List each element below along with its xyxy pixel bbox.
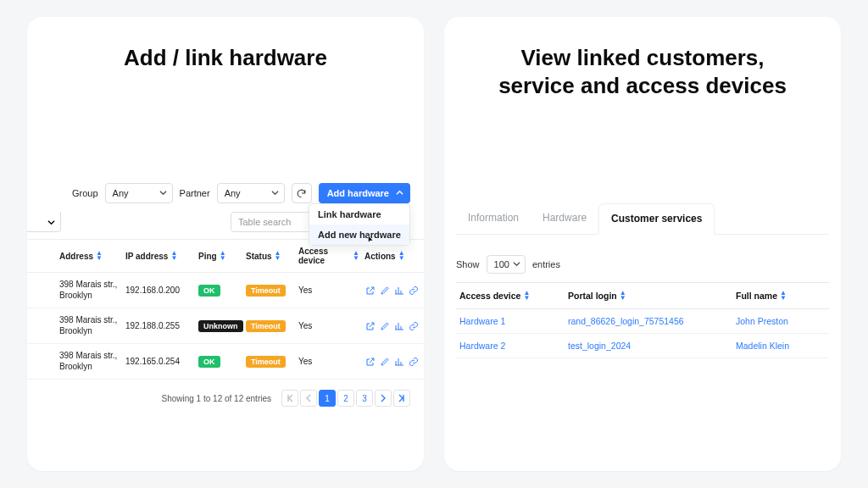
left-title: Add / link hardware [27, 17, 424, 72]
col-access[interactable]: Access device▲▼ [298, 247, 359, 265]
cell-ip: 192.168.0.200 [125, 286, 193, 295]
pager-prev[interactable] [300, 390, 317, 407]
chevron-down-icon [159, 188, 167, 198]
col-ping[interactable]: Ping▲▼ [198, 250, 241, 262]
col-address[interactable]: Address▲▼ [59, 250, 120, 262]
col-ip[interactable]: IP address▲▼ [125, 250, 193, 262]
left-panel: Add / link hardware Group Any Partner An… [27, 17, 424, 471]
cs-table-head: Access device▲▼ Portal login▲▼ Full name… [456, 283, 829, 309]
table-row: 398 Marais str., Brooklyn192.168.0.200OK… [27, 273, 424, 308]
col-cs-login[interactable]: Portal login▲▼ [568, 290, 729, 302]
pager-text: Showing 1 to 12 of 12 entries [161, 394, 271, 403]
left-edge-select[interactable] [27, 212, 61, 232]
status-badge: Timeout [246, 285, 286, 297]
pager: 123 [281, 390, 410, 407]
cell-login[interactable]: rand_86626_login_75751456 [568, 316, 729, 326]
edit-icon[interactable] [379, 320, 390, 331]
ping-badge: OK [198, 285, 220, 297]
pager-first[interactable] [281, 390, 298, 407]
dropdown-add-new-hardware[interactable]: Add new hardware [309, 225, 409, 245]
sort-icon: ▲▼ [96, 250, 103, 262]
sort-icon: ▲▼ [398, 250, 405, 262]
search-placeholder: Table search [238, 217, 291, 227]
group-label: Group [72, 188, 98, 198]
chart-icon[interactable] [393, 285, 404, 296]
col-cs-access[interactable]: Access device▲▼ [459, 290, 561, 302]
cell-device[interactable]: Hardware 1 [459, 316, 561, 326]
dropdown-link-hardware[interactable]: Link hardware [309, 204, 409, 225]
chevron-up-icon [396, 188, 403, 198]
chevron-left-icon [304, 394, 313, 402]
group-select[interactable]: Any [105, 183, 173, 203]
cell-name[interactable]: Madelin Klein [736, 341, 826, 351]
sort-icon: ▲▼ [170, 250, 177, 262]
cell-access: Yes [298, 321, 359, 330]
cell-access: Yes [298, 357, 359, 366]
col-cs-name[interactable]: Full name▲▼ [736, 290, 826, 302]
cell-device[interactable]: Hardware 2 [459, 341, 561, 351]
cell-access: Yes [298, 286, 359, 295]
tab-hardware[interactable]: Hardware [531, 203, 598, 234]
pager-next[interactable] [375, 390, 392, 407]
open-icon[interactable] [364, 285, 376, 296]
first-page-icon [286, 394, 294, 402]
edit-icon[interactable] [379, 356, 390, 367]
cell-ping: Unknown [198, 320, 241, 332]
partner-select-value: Any [225, 188, 241, 198]
entries-select-value: 100 [494, 259, 509, 269]
entries-label: entries [532, 259, 560, 269]
last-page-icon [398, 394, 406, 402]
pager-last[interactable] [393, 390, 410, 407]
cell-ping: OK [198, 356, 241, 368]
refresh-button[interactable] [292, 183, 312, 203]
add-hardware-button[interactable]: Add hardware Link hardware Add new hardw… [319, 183, 410, 203]
table-row: 398 Marais str., Brooklyn192.165.0.254OK… [27, 344, 424, 380]
cell-actions [364, 320, 424, 331]
sort-icon: ▲▼ [780, 290, 787, 302]
ping-badge: OK [198, 356, 220, 368]
cell-actions [364, 356, 424, 367]
cell-status: Timeout [246, 285, 293, 297]
entries-select[interactable]: 100 [487, 255, 526, 274]
link-icon[interactable] [408, 320, 419, 331]
tab-customer-services[interactable]: Customer services [598, 203, 715, 235]
pager-row: Showing 1 to 12 of 12 entries 123 [27, 380, 424, 407]
cell-ip: 192.188.0.255 [125, 321, 193, 330]
add-hardware-label: Add hardware [327, 188, 389, 198]
filter-row: Group Any Partner Any Add hardware Link … [27, 183, 424, 212]
chevron-down-icon [513, 259, 520, 269]
ping-badge: Unknown [198, 320, 243, 332]
link-icon[interactable] [408, 285, 419, 296]
sort-icon: ▲▼ [523, 290, 530, 302]
status-badge: Timeout [246, 356, 286, 368]
show-entries-row: Show 100 entries [456, 235, 829, 282]
cell-ping: OK [198, 285, 241, 297]
group-select-value: Any [113, 188, 129, 198]
col-status[interactable]: Status▲▼ [246, 250, 293, 262]
status-badge: Timeout [246, 320, 286, 332]
sort-icon: ▲▼ [353, 250, 359, 262]
edit-icon[interactable] [379, 285, 390, 296]
cell-login[interactable]: test_login_2024 [568, 341, 729, 351]
cell-actions [364, 285, 424, 296]
chevron-down-icon [271, 188, 279, 198]
open-icon[interactable] [364, 356, 376, 367]
hardware-area: Group Any Partner Any Add hardware Link … [27, 183, 424, 407]
chart-icon[interactable] [393, 320, 404, 331]
link-icon[interactable] [408, 356, 419, 367]
sort-icon: ▲▼ [620, 290, 626, 302]
customer-services-area: Information Hardware Customer services S… [456, 203, 829, 358]
cell-name[interactable]: John Preston [736, 316, 826, 326]
partner-select[interactable]: Any [217, 183, 285, 203]
table-row: Hardware 1rand_86626_login_75751456John … [456, 309, 829, 334]
chart-icon[interactable] [393, 356, 404, 367]
pager-page-1[interactable]: 1 [319, 390, 336, 407]
open-icon[interactable] [364, 320, 376, 331]
refresh-icon [296, 188, 307, 199]
pager-page-2[interactable]: 2 [337, 390, 354, 407]
pager-page-3[interactable]: 3 [356, 390, 373, 407]
cell-status: Timeout [246, 320, 293, 332]
tab-information[interactable]: Information [456, 203, 531, 234]
col-actions[interactable]: Actions▲▼ [364, 250, 424, 262]
right-panel: View linked customers, service and acces… [444, 17, 841, 471]
